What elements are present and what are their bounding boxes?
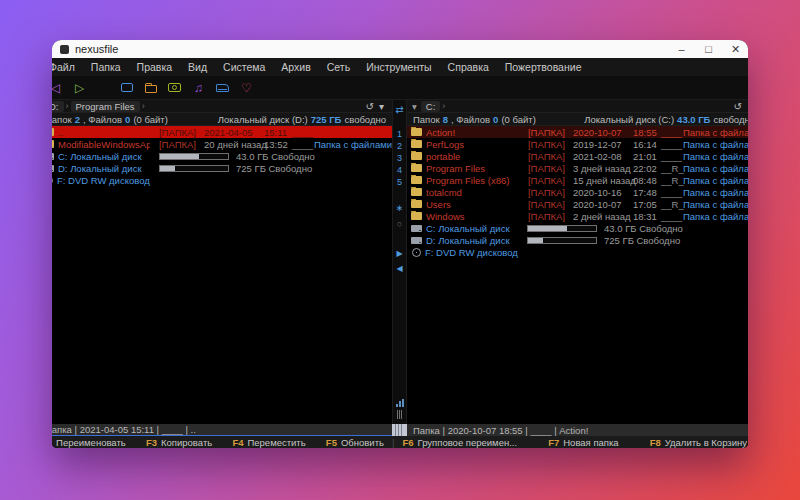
file-row[interactable]: PerfLogs[ПАПКА]2019-12-0716:14____Папка … (407, 138, 748, 150)
menu-item-7[interactable]: Сеть (319, 61, 358, 73)
right-file-list[interactable]: Action![ПАПКА]2020-10-0718:55____Папка с… (407, 126, 748, 424)
file-row[interactable]: Users[ПАПКА]2020-10-0717:05__R_Папка с ф… (407, 198, 748, 210)
menu-bar: ФайлПапкаПравкаВидСистемаАрхивСетьИнстру… (52, 58, 748, 76)
minimize-button[interactable]: – (668, 40, 695, 58)
drive-row[interactable]: D: Локальный диск725 ГБ Свободно (407, 234, 748, 246)
file-row[interactable]: Windows[ПАПКА]2 дней назад18:31____Папка… (407, 210, 748, 222)
menu-item-9[interactable]: Справка (440, 61, 497, 73)
quick-tab-4[interactable]: 4 (397, 164, 402, 176)
quick-tab-3[interactable]: 3 (397, 152, 402, 164)
item-name: portable (426, 151, 460, 162)
right-path-bar[interactable]: ▾ C:› ↺ (407, 100, 748, 113)
item-tag: [ПАПКА] (519, 139, 565, 150)
splitter-grip-icon[interactable] (397, 410, 402, 419)
file-row[interactable]: Program Files (x86)[ПАПКА]15 дней назад0… (407, 174, 748, 186)
files-label: , Файлов (451, 114, 490, 125)
status-row: Папка | 2021-04-05 15:11 | ____ | .. Пап… (52, 424, 748, 436)
menu-item-1[interactable]: Файл (52, 61, 83, 73)
file-row[interactable]: portable[ПАПКА]2021-02-0821:01____Папка … (407, 150, 748, 162)
window-title: nexusfile (75, 43, 118, 55)
item-attributes: __R_ (661, 163, 683, 174)
title-bar[interactable]: nexusfile – □ ✕ (52, 40, 748, 58)
quick-tab-5[interactable]: 5 (397, 176, 402, 188)
item-name: totalcmd (426, 187, 462, 198)
folders-count: 8 (443, 114, 448, 125)
refresh-icon[interactable]: ↺ (366, 101, 374, 112)
fkey-action-label: Переименовать (56, 437, 126, 448)
menu-item-3[interactable]: Правка (129, 61, 180, 73)
fkey-f7-button[interactable]: F7Новая папка (548, 437, 618, 448)
path-segment[interactable]: Program Files (71, 101, 140, 112)
item-tag: [ПАПКА] (519, 199, 565, 210)
fkey-label: F3 (146, 437, 157, 448)
play-left-icon[interactable]: ◀ (396, 262, 402, 275)
camera-icon[interactable] (166, 79, 183, 96)
item-name: Action! (426, 127, 455, 138)
item-time: 17:48 (633, 187, 661, 198)
file-row[interactable]: ModifiableWindowsApps[ПАПКА]20 дней наза… (52, 138, 392, 150)
item-attributes: __R_ (661, 175, 683, 186)
drive-row[interactable]: C: Локальный диск43.0 ГБ Свободно (52, 150, 392, 162)
folder-icon (411, 176, 422, 184)
menu-item-5[interactable]: Система (215, 61, 273, 73)
menu-item-4[interactable]: Вид (180, 61, 215, 73)
item-name: Program Files (426, 163, 485, 174)
swap-panes-icon[interactable]: ⇄ (395, 103, 403, 116)
chevron-right-icon: › (66, 101, 69, 111)
refresh-icon[interactable]: ↺ (734, 101, 742, 112)
quick-tab-1[interactable]: 1 (397, 128, 402, 140)
file-row[interactable]: ..[ПАПКА]2021-04-0515:11____ (52, 126, 392, 138)
chevron-down-icon[interactable]: ▾ (379, 101, 384, 112)
maximize-button[interactable]: □ (695, 40, 722, 58)
files-label: , Файлов (83, 114, 122, 125)
folder-icon (52, 140, 54, 148)
music-icon[interactable]: ♫ (190, 79, 207, 96)
menu-item-10[interactable]: Пожертвование (497, 61, 590, 73)
circle-icon[interactable]: ○ (397, 218, 402, 231)
forward-icon[interactable]: ▷ (71, 79, 88, 96)
left-status-bar: Папка | 2021-04-05 15:11 | ____ | .. (52, 424, 392, 436)
file-row[interactable]: Action![ПАПКА]2020-10-0718:55____Папка с… (407, 126, 748, 138)
disk-icon[interactable] (214, 79, 231, 96)
pane-splitter[interactable]: ⇄ 12345 ∗ ○ ▶ ◀ (392, 100, 407, 424)
fkey-label: F4 (232, 437, 243, 448)
menu-item-8[interactable]: Инструменты (358, 61, 439, 73)
chevron-down-icon[interactable]: ▾ (412, 101, 417, 112)
menu-item-2[interactable]: Папка (83, 61, 129, 73)
menu-item-6[interactable]: Архив (273, 61, 318, 73)
item-date: 2021-04-05 (196, 127, 264, 138)
left-file-list[interactable]: ..[ПАПКА]2021-04-0515:11____ModifiableWi… (52, 126, 392, 424)
close-button[interactable]: ✕ (722, 40, 748, 58)
stats-icon[interactable] (396, 399, 404, 407)
file-row[interactable]: totalcmd[ПАПКА]2020-10-1617:48____Папка … (407, 186, 748, 198)
monitor-icon[interactable] (118, 79, 135, 96)
back-icon[interactable]: ◁ (52, 79, 64, 96)
left-info-bar: Папок2, Файлов0(0 байт) Локальный диск (… (52, 113, 392, 126)
star-icon[interactable]: ∗ (396, 202, 404, 215)
fkey-f3-button[interactable]: F3Копировать (146, 437, 212, 448)
quick-tab-2[interactable]: 2 (397, 140, 402, 152)
path-segment[interactable]: C: (421, 101, 441, 112)
disk-usage-bar (159, 153, 229, 160)
left-path-bar[interactable]: D:›Program Files› ↺ ▾ (52, 100, 392, 113)
item-type: Папка с файлами (683, 211, 748, 222)
folder-icon[interactable] (142, 79, 159, 96)
drive-row[interactable]: F: DVD RW дисковод (52, 174, 392, 186)
files-count: 0 (493, 114, 498, 125)
fkey-f4-button[interactable]: F4Переместить (232, 437, 305, 448)
chevron-right-icon: › (442, 101, 445, 111)
splitter-grip[interactable] (392, 424, 407, 436)
play-right-icon[interactable]: ▶ (396, 247, 402, 260)
fkey-f2-button[interactable]: F2Переименовать (52, 437, 126, 448)
drive-row[interactable]: C: Локальный диск43.0 ГБ Свободно (407, 222, 748, 234)
fkey-f8-button[interactable]: F8Удалить в Корзину (650, 437, 747, 448)
folder-icon (411, 164, 422, 172)
drive-row[interactable]: D: Локальный диск725 ГБ Свободно (52, 162, 392, 174)
heart-icon[interactable]: ♡ (238, 79, 255, 96)
item-attributes: ____ (661, 151, 683, 162)
path-segment[interactable]: D: (52, 101, 64, 112)
fkey-f5-button[interactable]: F5Обновить (326, 437, 384, 448)
file-row[interactable]: Program Files[ПАПКА]3 дней назад22:02__R… (407, 162, 748, 174)
fkey-f6-button[interactable]: F6Групповое переимен... (402, 437, 517, 448)
drive-row[interactable]: F: DVD RW дисковод (407, 246, 748, 258)
